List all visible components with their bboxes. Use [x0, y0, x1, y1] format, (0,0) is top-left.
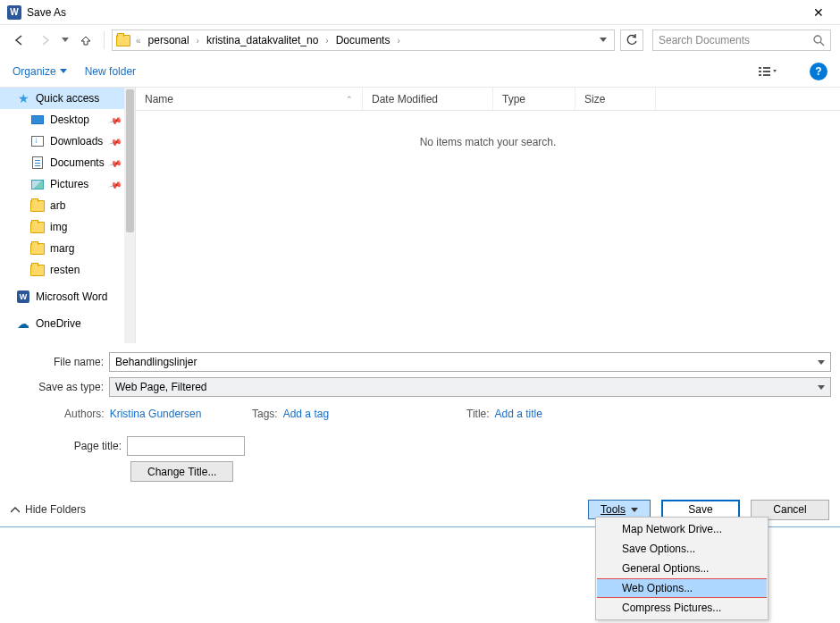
refresh-button[interactable] — [620, 29, 643, 51]
back-button[interactable] — [9, 29, 30, 51]
filename-combo[interactable] — [109, 352, 831, 372]
sidebar-label: Quick access — [36, 92, 99, 105]
main-area: ★ Quick access Desktop 📌 Downloads 📌 Doc… — [0, 88, 840, 343]
title-value[interactable]: Add a title — [495, 408, 542, 420]
breadcrumb-item[interactable]: Documents — [334, 34, 392, 46]
svg-point-0 — [814, 36, 821, 43]
svg-rect-2 — [759, 67, 761, 69]
menu-item-save-options[interactable]: Save Options... — [597, 539, 767, 559]
help-button[interactable]: ? — [810, 63, 827, 80]
save-form: File name: Save as type: Web Page, Filte… — [0, 343, 840, 485]
sidebar-item-pictures[interactable]: Pictures 📌 — [0, 173, 135, 195]
title-bar: W Save As ✕ — [0, 0, 840, 25]
search-icon — [813, 35, 825, 46]
tools-menu: Map Network Drive... Save Options... Gen… — [595, 517, 769, 620]
pagetitle-label: Page title: — [9, 440, 127, 452]
organize-button[interactable]: Organize — [13, 65, 67, 78]
menu-item-map-drive[interactable]: Map Network Drive... — [597, 519, 767, 539]
forward-button[interactable] — [34, 29, 55, 51]
sidebar-label: Desktop — [50, 114, 89, 126]
onedrive-icon: ☁ — [16, 317, 30, 330]
sidebar-item-folder[interactable]: resten — [0, 259, 135, 281]
tags-value[interactable]: Add a tag — [283, 408, 329, 420]
chevron-down-icon — [631, 508, 638, 512]
file-list-area: Name ⌃ Date Modified Type Size No items … — [136, 88, 840, 343]
recent-dropdown[interactable] — [59, 29, 71, 51]
organize-label: Organize — [13, 65, 56, 78]
col-label: Name — [145, 93, 173, 105]
sidebar-label: resten — [50, 264, 80, 276]
chevron-right-icon: › — [323, 36, 330, 46]
empty-message: No items match your search. — [136, 111, 840, 148]
svg-rect-6 — [759, 74, 761, 76]
search-box[interactable] — [652, 29, 831, 51]
sidebar-item-folder[interactable]: marg — [0, 238, 135, 259]
svg-rect-5 — [763, 71, 770, 72]
savetype-value: Web Page, Filtered — [115, 381, 812, 393]
sidebar-item-documents[interactable]: Documents 📌 — [0, 152, 135, 173]
sidebar-label: Pictures — [50, 178, 88, 190]
savetype-label: Save as type: — [9, 381, 109, 393]
address-dropdown[interactable] — [596, 38, 610, 43]
up-button[interactable] — [75, 29, 97, 51]
sidebar-label: OneDrive — [36, 317, 81, 330]
sidebar-label: marg — [50, 242, 74, 255]
view-options-button[interactable] — [752, 62, 783, 81]
chevron-down-icon[interactable] — [812, 385, 825, 390]
sidebar-item-folder[interactable]: img — [0, 216, 135, 238]
window-title: Save As — [27, 6, 804, 19]
breadcrumb-item[interactable]: personal — [147, 34, 191, 46]
svg-rect-7 — [763, 74, 770, 76]
folder-icon — [30, 242, 45, 255]
pagetitle-input[interactable] — [127, 436, 245, 456]
star-icon: ★ — [16, 92, 30, 105]
folder-icon — [30, 199, 45, 212]
menu-item-general-options[interactable]: General Options... — [597, 559, 767, 578]
menu-item-web-options[interactable]: Web Options... — [597, 578, 767, 598]
pin-icon: 📌 — [108, 134, 122, 148]
folder-icon — [116, 35, 130, 46]
tools-label: Tools — [601, 503, 626, 516]
sidebar-item-word[interactable]: W Microsoft Word — [0, 286, 135, 307]
address-bar[interactable]: « personal › kristina_datakvalitet_no › … — [112, 29, 615, 51]
hide-folders-label: Hide Folders — [25, 503, 86, 516]
column-header-type[interactable]: Type — [493, 88, 575, 110]
search-input[interactable] — [659, 34, 813, 46]
chevron-up-icon — [11, 507, 20, 513]
column-headers: Name ⌃ Date Modified Type Size — [136, 88, 840, 111]
toolbar: Organize New folder ? — [0, 55, 840, 88]
svg-rect-3 — [763, 67, 770, 69]
svg-line-1 — [820, 42, 824, 46]
chevron-right-icon: › — [195, 36, 201, 46]
chevron-down-icon[interactable] — [812, 360, 825, 365]
sidebar-scrollbar[interactable] — [124, 88, 135, 343]
authors-label: Authors: — [64, 408, 105, 420]
sidebar-item-onedrive[interactable]: ☁ OneDrive — [0, 313, 135, 334]
hide-folders-button[interactable]: Hide Folders — [11, 503, 86, 516]
sidebar-quick-access[interactable]: ★ Quick access — [0, 88, 135, 109]
sidebar-item-downloads[interactable]: Downloads 📌 — [0, 130, 135, 152]
sidebar-item-folder[interactable]: arb — [0, 195, 135, 216]
word-icon: W — [16, 290, 30, 303]
change-title-button[interactable]: Change Title... — [130, 461, 233, 482]
breadcrumb-item[interactable]: kristina_datakvalitet_no — [205, 34, 320, 46]
column-header-size[interactable]: Size — [575, 88, 656, 110]
pin-icon: 📌 — [108, 177, 122, 191]
filename-input[interactable] — [115, 356, 812, 368]
document-icon — [30, 156, 45, 169]
sort-caret-icon: ⌃ — [346, 95, 353, 104]
sidebar-label: Downloads — [50, 135, 103, 147]
close-button[interactable]: ✕ — [804, 5, 833, 20]
filename-label: File name: — [9, 356, 109, 368]
folder-icon — [30, 264, 45, 276]
menu-item-compress-pictures[interactable]: Compress Pictures... — [597, 598, 767, 618]
svg-rect-4 — [759, 71, 761, 72]
folder-icon — [30, 221, 45, 233]
column-header-date[interactable]: Date Modified — [363, 88, 493, 110]
savetype-combo[interactable]: Web Page, Filtered — [109, 377, 831, 397]
new-folder-button[interactable]: New folder — [85, 65, 136, 78]
column-header-name[interactable]: Name ⌃ — [136, 88, 363, 110]
sidebar-item-desktop[interactable]: Desktop 📌 — [0, 109, 135, 130]
nav-bar: « personal › kristina_datakvalitet_no › … — [0, 25, 840, 55]
authors-value[interactable]: Kristina Gundersen — [110, 408, 202, 420]
